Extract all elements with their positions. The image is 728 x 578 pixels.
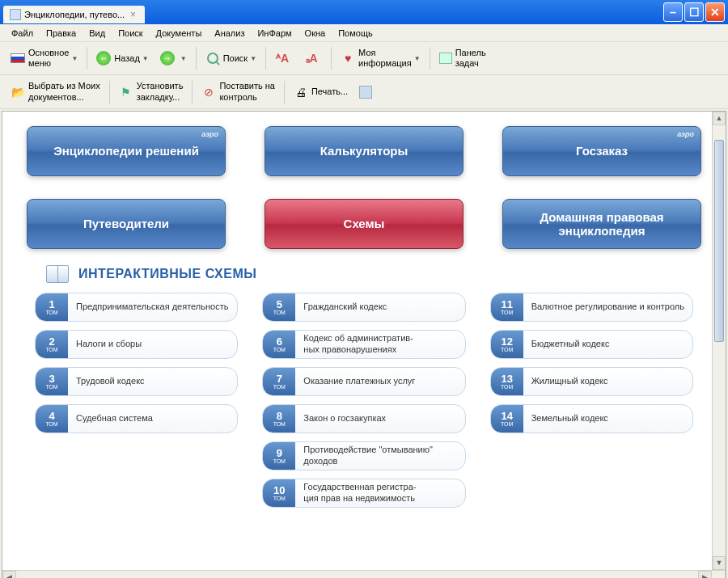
menu-search[interactable]: Поиск: [112, 26, 149, 40]
tile-2[interactable]: Госзаказаэро: [502, 126, 701, 176]
menu-file[interactable]: Файл: [5, 26, 40, 40]
tab-close-icon[interactable]: ×: [128, 9, 138, 20]
bookmark-button[interactable]: ⚑ Установить закладку...: [113, 78, 189, 105]
menu-view[interactable]: Вид: [83, 26, 112, 40]
chevron-down-icon: ▼: [180, 55, 187, 62]
control-icon: ⊘: [201, 85, 216, 99]
horizontal-scrollbar[interactable]: ◀ ▶: [2, 570, 726, 578]
item-number: 2ТОМ: [36, 331, 68, 358]
tiles-grid: Энциклопедии решенийаэроКалькуляторыГосз…: [27, 126, 701, 249]
doc-icon: [10, 9, 21, 20]
section-title: ИНТЕРАКТИВНЫЕ СХЕМЫ: [78, 267, 256, 281]
back-button[interactable]: ← Назад ▼: [91, 48, 154, 69]
select-docs-label: Выбрать из Моих документов...: [28, 81, 100, 102]
forward-icon: →: [160, 51, 175, 65]
search-label: Поиск: [223, 53, 248, 64]
content-area: Энциклопедии решенийаэроКалькуляторыГосз…: [2, 111, 726, 578]
item-label: Закон о госзакупках: [295, 413, 464, 424]
item-number: 1ТОМ: [36, 293, 68, 321]
item-label: Оказание платежных услуг: [295, 376, 464, 387]
font-increase-button[interactable]: ᴬA: [269, 48, 298, 69]
scroll-right-arrow[interactable]: ▶: [698, 571, 712, 578]
menu-documents[interactable]: Документы: [150, 26, 209, 40]
tile-5[interactable]: Домашняя правовая энциклопедия: [502, 199, 701, 249]
scroll-thumb[interactable]: [714, 140, 724, 342]
search-button[interactable]: Поиск ▼: [200, 48, 262, 69]
separator: [284, 81, 285, 103]
list-item[interactable]: 2ТОМНалоги и сборы: [35, 330, 238, 359]
font-increase-icon: ᴬA: [275, 51, 290, 65]
scroll-track[interactable]: [16, 571, 698, 578]
item-label: Судебная система: [68, 413, 237, 424]
export-icon: [359, 86, 372, 99]
item-label: Противодействие "отмыванию" доходов: [295, 445, 464, 467]
list-item[interactable]: 10ТОМГосударственная регистра- ция прав …: [262, 479, 465, 508]
menu-inpharm[interactable]: ИнФарм: [251, 26, 298, 40]
flag-icon: [11, 51, 25, 65]
bookmark-label: Установить закладку...: [137, 81, 184, 102]
task-panel-button[interactable]: Панель задач: [434, 44, 492, 72]
list-item[interactable]: 4ТОМСудебная система: [35, 404, 238, 433]
control-button[interactable]: ⊘ Поставить на контроль: [196, 78, 281, 105]
forward-button[interactable]: → ▼: [154, 48, 193, 69]
list-item[interactable]: 3ТОМТрудовой кодекс: [35, 367, 238, 396]
separator: [331, 47, 332, 70]
tile-3[interactable]: Путеводители: [27, 199, 226, 249]
menu-windows[interactable]: Окна: [298, 26, 332, 40]
my-info-button[interactable]: ♥ Моя информация ▼: [335, 44, 426, 72]
separator: [109, 81, 110, 103]
scroll-down-arrow[interactable]: ▼: [713, 556, 726, 570]
maximize-button[interactable]: ☐: [684, 2, 704, 22]
back-icon: ←: [96, 51, 111, 65]
titlebar: Энциклопедии, путево... × – ☐ ✕: [0, 0, 728, 24]
scroll-up-arrow[interactable]: ▲: [713, 112, 726, 125]
minimize-button[interactable]: –: [663, 2, 683, 22]
print-label: Печать...: [311, 86, 348, 97]
list-item[interactable]: 11ТОМВалютное регулирование и контроль: [490, 293, 693, 322]
main-menu-button[interactable]: Основное меню ▼: [5, 44, 83, 72]
separator: [196, 47, 197, 70]
aero-badge: аэро: [201, 130, 218, 138]
scroll-left-arrow[interactable]: ◀: [2, 571, 16, 578]
menu-edit[interactable]: Правка: [40, 26, 83, 40]
menu-help[interactable]: Помощь: [332, 26, 379, 40]
vertical-scrollbar[interactable]: ▲ ▼: [712, 112, 726, 570]
list-item[interactable]: 14ТОМЗемельный кодекс: [490, 404, 693, 433]
book-icon: [46, 265, 69, 283]
print-button[interactable]: 🖨 Печать...: [288, 82, 353, 103]
list-item[interactable]: 9ТОМПротиводействие "отмыванию" доходов: [262, 441, 465, 470]
list-item[interactable]: 13ТОМЖилищный кодекс: [490, 367, 693, 396]
back-label: Назад: [114, 53, 140, 64]
font-decrease-icon: ₐA: [304, 51, 319, 65]
item-label: Гражданский кодекс: [295, 302, 464, 313]
list-item[interactable]: 8ТОМЗакон о госзакупках: [262, 404, 465, 433]
tile-4[interactable]: Схемы: [265, 199, 463, 249]
menu-analysis[interactable]: Анализ: [208, 26, 251, 40]
document-tab[interactable]: Энциклопедии, путево... ×: [3, 6, 145, 23]
close-button[interactable]: ✕: [705, 2, 725, 22]
toolbar-secondary: 📂 Выбрать из Моих документов... ⚑ Устано…: [0, 75, 728, 108]
list-item[interactable]: 7ТОМОказание платежных услуг: [262, 367, 465, 396]
item-number: 3ТОМ: [36, 368, 68, 395]
font-decrease-button[interactable]: ₐA: [298, 48, 328, 69]
item-label: Валютное регулирование и контроль: [523, 302, 692, 313]
export-button[interactable]: [353, 82, 381, 102]
toolbar-primary: Основное меню ▼ ← Назад ▼ → ▼ Поиск ▼ ᴬA…: [0, 42, 728, 75]
heart-icon: ♥: [341, 51, 355, 65]
list-item[interactable]: 6ТОМКодекс об административ- ных правона…: [262, 330, 465, 359]
aero-badge: аэро: [677, 130, 694, 138]
window-buttons: – ☐ ✕: [663, 2, 725, 22]
item-number: 10ТОМ: [263, 479, 295, 507]
tile-1[interactable]: Калькуляторы: [265, 126, 463, 176]
tile-0[interactable]: Энциклопедии решенийаэро: [27, 126, 226, 176]
chevron-down-icon: ▼: [414, 55, 421, 62]
list-item[interactable]: 5ТОМГражданский кодекс: [262, 293, 465, 322]
my-info-label: Моя информация: [358, 48, 412, 69]
list-item[interactable]: 12ТОМБюджетный кодекс: [490, 330, 693, 359]
select-docs-button[interactable]: 📂 Выбрать из Моих документов...: [5, 78, 106, 105]
separator: [192, 81, 193, 103]
item-label: Государственная регистра- ция прав на не…: [295, 482, 464, 504]
flag-bookmark-icon: ⚑: [119, 85, 133, 99]
item-number: 11ТОМ: [491, 293, 523, 321]
list-item[interactable]: 1ТОМПредпринимательская деятельность: [35, 293, 238, 322]
